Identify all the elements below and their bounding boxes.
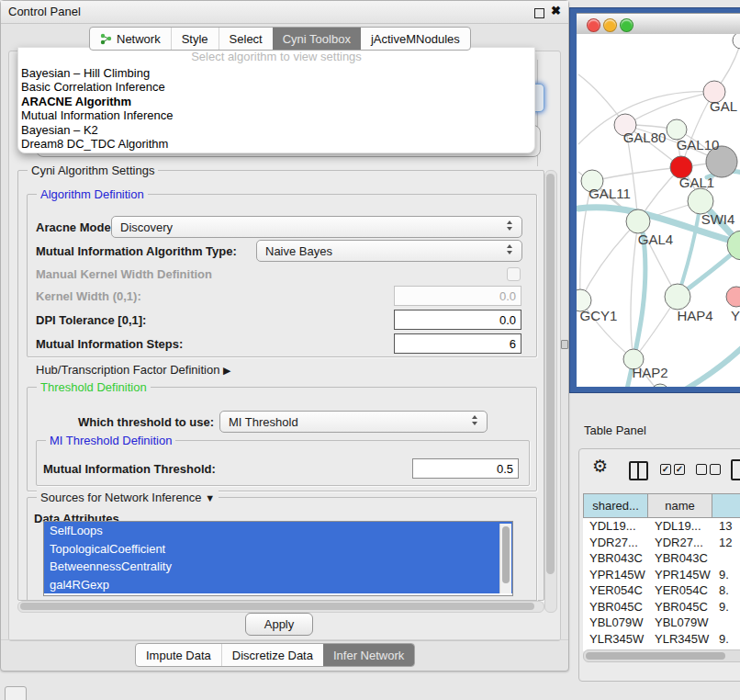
split-columns-icon[interactable] [629,461,648,480]
mi-steps-field[interactable] [394,333,521,354]
list-scrollbar[interactable] [499,524,511,593]
network-node-label: GAL80 [623,130,667,145]
attribute-list-item[interactable]: TopologicalCoefficient [44,540,512,559]
column-header-name[interactable]: name [648,494,712,517]
group-title: MI Threshold Definition [46,434,175,447]
stepper-arrows-icon [507,220,513,231]
table-horizontal-scrollbar[interactable] [583,649,740,662]
network-node[interactable] [733,34,740,49]
tab-impute-data[interactable]: Impute Data [136,644,221,666]
minimize-traffic-light[interactable] [603,18,617,32]
tab-jactivemnodules[interactable]: jActiveMNodules [361,28,470,50]
mi-type-value: Naive Bayes [265,244,332,258]
gear-icon[interactable]: ⚙ [592,456,608,477]
manual-kernel-checkbox[interactable] [507,267,521,281]
attribute-list-item[interactable]: BetweennessCentrality [44,558,512,576]
table-cell [712,550,740,567]
close-icon[interactable]: ✖ [551,4,561,17]
tab-discretize-data[interactable]: Discretize Data [221,644,323,666]
aracne-mode-value: Discovery [120,220,173,234]
mi-steps-label: Mutual Information Steps: [36,337,183,351]
tab-cyni-toolbox[interactable]: Cyni Toolbox [273,28,361,50]
control-panel-tabs: Network Style Select Cyni Toolbox jActiv… [89,27,471,51]
network-node[interactable] [626,209,650,233]
dropdown-item[interactable]: Bayesian – Hill Climbing [18,66,534,80]
group-title: Threshold Definition [37,380,151,394]
attribute-list-item[interactable]: gal4RGexp [44,576,512,594]
kernel-width-field [394,286,521,306]
attribute-list-item[interactable]: SelfLoops [44,522,512,540]
checked-checkbox-icon[interactable]: ✓ [674,464,685,475]
dropdown-item[interactable]: Mutual Information Inference [18,108,534,122]
column-header-shared-name[interactable]: shared... [583,494,648,517]
network-edge-highlighted [667,346,740,387]
tab-discretize-label: Discretize Data [232,649,313,662]
dpi-tolerance-field[interactable] [394,310,521,330]
group-title: Cyni Algorithm Settings [28,164,158,177]
table-row[interactable]: YPR145WYPR145W9. [583,567,740,583]
table-header: shared... name [583,493,740,518]
apply-button[interactable]: Apply [245,613,313,636]
tab-style[interactable]: Style [171,28,219,50]
network-view-window[interactable]: GALGAL80GAL10GAL1SWI4GAL11GAL4GCY1HAP4YH… [569,7,740,393]
scrollbar-thumb[interactable] [20,603,534,610]
document-icon[interactable] [731,459,740,480]
table-row[interactable]: YBL079WYBL079W [583,615,740,631]
mi-type-combo[interactable]: Naive Bayes [256,240,522,262]
tab-network[interactable]: Network [90,28,171,50]
network-node-label: GAL1 [679,175,714,190]
expanded-arrow-icon: ▼ [205,492,215,503]
manual-kernel-label: Manual Kernel Width Definition [36,267,212,281]
hub-definition-toggle[interactable]: Hub/Transcription Factor Definition ▶ [36,363,230,377]
unchecked-checkbox-icon[interactable] [696,464,707,475]
network-node-label: HAP2 [632,365,667,380]
table-row[interactable]: YBR045CYBR045C9. [583,599,740,615]
table-row[interactable]: YDL19...YDL19...13 [583,518,740,535]
table-row[interactable]: YBR043CYBR043C [583,550,740,567]
mi-type-label: Mutual Information Algorithm Type: [36,244,237,258]
restore-icon[interactable] [534,8,544,18]
network-canvas[interactable]: GALGAL80GAL10GAL1SWI4GAL11GAL4GCY1HAP4YH… [577,34,740,387]
control-panel-titlebar: Control Panel ✖ [1,1,568,24]
table-cell: YLR345W [583,631,648,648]
dropdown-item[interactable]: ARACNE Algorithm [18,95,534,108]
scrollbar-thumb[interactable] [546,174,555,574]
table-cell: YPR145W [648,567,712,583]
dropdown-item[interactable]: Bayesian – K2 [18,123,534,137]
zoom-traffic-light[interactable] [620,18,633,32]
partial-corner-button[interactable] [5,686,27,700]
network-node[interactable] [665,284,690,310]
table-row[interactable]: YLR345WYLR345W9. [583,631,740,648]
network-view-titlebar[interactable] [577,13,740,35]
splitter-grip[interactable] [561,340,568,349]
sources-title: Sources for Network Inference [40,491,202,504]
scrollbar-thumb[interactable] [502,526,510,583]
node-table: shared... name YDL19...YDL19...13YDR27..… [583,493,740,651]
scrollbar-thumb[interactable] [586,652,725,660]
table-row[interactable]: YER054CYER054C8. [583,582,740,599]
dropdown-item[interactable]: Dream8 DC_TDC Algorithm [18,137,534,151]
data-attributes-list[interactable]: SelfLoopsTopologicalCoefficientBetweenne… [43,521,513,596]
column-header-partial[interactable] [712,494,740,517]
close-traffic-light[interactable] [587,18,600,32]
which-threshold-combo[interactable]: MI Threshold [219,411,488,433]
cyni-bottom-tabs: Impute Data Discretize Data Infer Networ… [135,643,415,667]
dpi-tolerance-label: DPI Tolerance [0,1]: [36,313,146,327]
checked-checkbox-icon[interactable]: ✓ [660,464,671,475]
dropdown-item[interactable]: Basic Correlation Inference [18,80,534,94]
aracne-mode-combo[interactable]: Discovery [111,216,522,238]
network-node[interactable] [726,287,740,307]
unchecked-checkbox-icon[interactable] [710,464,721,475]
table-row[interactable]: YDR27...YDR27...12 [583,535,740,551]
table-cell: 13 [712,518,740,535]
network-node[interactable] [688,188,713,214]
sources-toggle[interactable]: Sources for Network Inference ▼ [37,491,219,505]
table-cell [712,615,740,631]
tab-select[interactable]: Select [219,28,273,50]
mi-threshold-field[interactable] [412,458,519,479]
table-body: YDL19...YDL19...13YDR27...YDR27...12YBR0… [583,518,740,651]
tab-infer-network[interactable]: Infer Network [323,644,414,666]
group-title: Algorithm Definition [37,187,148,201]
table-cell: YDL19... [648,518,712,535]
network-node-label: GCY1 [580,308,618,323]
